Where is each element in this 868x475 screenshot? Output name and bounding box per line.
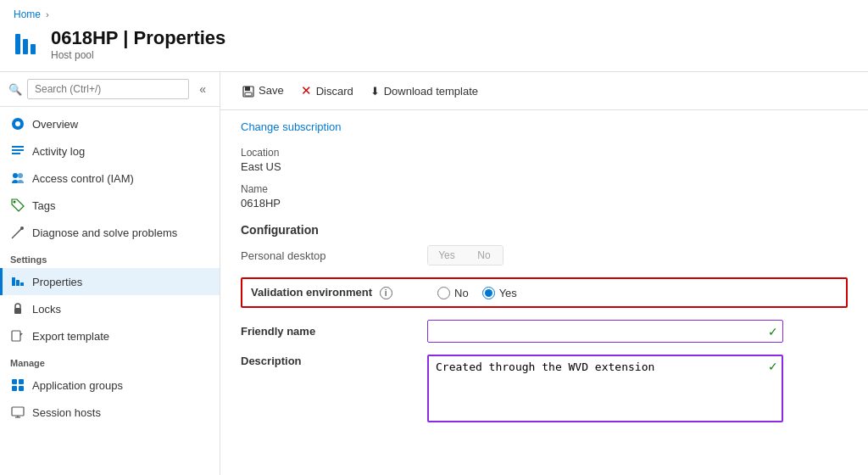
sidebar-item-label: Properties	[32, 276, 82, 288]
svg-rect-16	[12, 331, 20, 341]
sidebar-item-access-control[interactable]: Access control (IAM)	[0, 165, 220, 192]
content-area: Save ✕ Discard ⬇ Download template Chang…	[220, 72, 868, 475]
friendly-name-control: ✓	[427, 320, 848, 343]
friendly-name-input-wrap: ✓	[427, 320, 783, 343]
svg-point-8	[13, 173, 18, 178]
svg-rect-18	[19, 379, 24, 384]
sidebar-item-label: Activity log	[32, 145, 85, 158]
sidebar-item-activity-log[interactable]: Activity log	[0, 137, 220, 165]
page-header: 0618HP | Properties Host pool	[0, 24, 868, 71]
svg-rect-1	[23, 39, 28, 54]
svg-rect-13	[16, 280, 19, 286]
validation-no-label: No	[454, 287, 469, 299]
access-control-icon	[10, 170, 25, 186]
sidebar-collapse-button[interactable]: «	[194, 81, 211, 98]
main-layout: 🔍 « Overview Activity log	[0, 71, 868, 475]
svg-rect-20	[19, 386, 24, 391]
validation-info-icon[interactable]: i	[380, 287, 392, 299]
settings-section-label: Settings	[0, 246, 220, 268]
sidebar-item-label: Overview	[32, 118, 78, 131]
application-groups-icon	[10, 377, 25, 393]
sidebar-nav: Overview Activity log Access control (IA…	[0, 107, 220, 475]
description-check-icon: ✓	[768, 360, 778, 373]
sidebar-item-label: Application groups	[32, 379, 123, 392]
validation-env-label: Validation environment i	[251, 286, 437, 299]
validation-yes-input[interactable]	[482, 287, 495, 299]
configuration-section-title: Configuration	[241, 223, 848, 237]
toolbar: Save ✕ Discard ⬇ Download template	[220, 72, 868, 110]
svg-rect-0	[15, 34, 20, 54]
download-template-button[interactable]: ⬇ Download template	[362, 81, 487, 102]
search-input[interactable]	[27, 79, 189, 99]
save-icon	[242, 84, 254, 98]
svg-rect-7	[12, 153, 20, 154]
sidebar-item-label: Session hosts	[32, 406, 101, 419]
svg-point-10	[14, 201, 16, 204]
svg-rect-5	[12, 146, 24, 148]
friendly-name-check-icon: ✓	[768, 325, 778, 338]
sidebar-item-session-hosts[interactable]: Session hosts	[0, 399, 220, 426]
description-textarea[interactable]	[427, 355, 783, 422]
personal-desktop-row: Personal desktop Yes No	[241, 245, 848, 265]
svg-rect-6	[12, 149, 24, 151]
svg-rect-14	[20, 282, 24, 286]
activity-log-icon	[10, 143, 25, 159]
svg-rect-12	[12, 277, 15, 286]
save-label: Save	[259, 84, 284, 97]
discard-label: Discard	[316, 85, 353, 98]
sidebar-item-locks[interactable]: Locks	[0, 295, 220, 322]
sidebar-item-properties[interactable]: Properties	[0, 268, 220, 295]
breadcrumb-separator: ›	[46, 9, 49, 20]
svg-rect-17	[12, 379, 17, 384]
name-field: Name 0618HP	[241, 183, 848, 210]
description-label: Description	[241, 355, 427, 367]
save-button[interactable]: Save	[234, 80, 292, 102]
svg-point-11	[20, 226, 24, 230]
svg-rect-21	[12, 407, 24, 416]
content-body: Change subscription Location East US Nam…	[220, 110, 868, 475]
sidebar-item-label: Diagnose and solve problems	[32, 226, 177, 239]
page-title: 0618HP | Properties	[51, 27, 225, 49]
svg-rect-15	[14, 308, 21, 314]
sidebar-item-export-template[interactable]: Export template	[0, 322, 220, 349]
sidebar-item-tags[interactable]: Tags	[0, 192, 220, 219]
validation-no-input[interactable]	[437, 287, 450, 299]
page-header-icon	[14, 31, 41, 58]
location-label: Location	[241, 147, 848, 159]
validation-yes-label: Yes	[499, 287, 517, 299]
download-template-label: Download template	[384, 85, 478, 98]
sidebar-item-application-groups[interactable]: Application groups	[0, 372, 220, 399]
sidebar-item-overview[interactable]: Overview	[0, 110, 220, 137]
sidebar: 🔍 « Overview Activity log	[0, 72, 220, 475]
description-textarea-wrap: ✓	[427, 355, 783, 425]
validation-radio-group: No Yes	[437, 287, 837, 299]
personal-desktop-toggle[interactable]: Yes No	[427, 245, 504, 265]
description-control: ✓	[427, 355, 848, 425]
personal-desktop-control: Yes No	[427, 245, 848, 265]
overview-icon	[10, 116, 25, 131]
validation-yes-radio[interactable]: Yes	[482, 287, 517, 299]
friendly-name-input[interactable]	[427, 320, 783, 343]
download-icon: ⬇	[370, 85, 380, 98]
change-subscription-link[interactable]: Change subscription	[241, 120, 848, 133]
breadcrumb-home[interactable]: Home	[14, 8, 41, 20]
validation-env-control: No Yes	[437, 287, 837, 299]
manage-section-label: Manage	[0, 349, 220, 372]
personal-desktop-yes[interactable]: Yes	[428, 246, 465, 265]
personal-desktop-label: Personal desktop	[241, 249, 427, 262]
discard-icon: ✕	[301, 83, 312, 98]
validation-no-radio[interactable]: No	[437, 287, 469, 299]
location-value: East US	[241, 160, 848, 173]
breadcrumb: Home ›	[0, 0, 868, 24]
export-template-icon	[10, 328, 25, 344]
properties-icon	[10, 274, 25, 289]
svg-rect-2	[31, 44, 36, 54]
sidebar-item-label: Export template	[32, 330, 109, 343]
svg-point-9	[18, 173, 23, 178]
personal-desktop-no[interactable]: No	[465, 246, 503, 265]
sidebar-item-label: Tags	[32, 199, 55, 212]
discard-button[interactable]: ✕ Discard	[292, 79, 362, 103]
friendly-name-label: Friendly name	[241, 325, 427, 338]
svg-rect-23	[245, 87, 250, 91]
sidebar-item-diagnose[interactable]: Diagnose and solve problems	[0, 219, 220, 246]
